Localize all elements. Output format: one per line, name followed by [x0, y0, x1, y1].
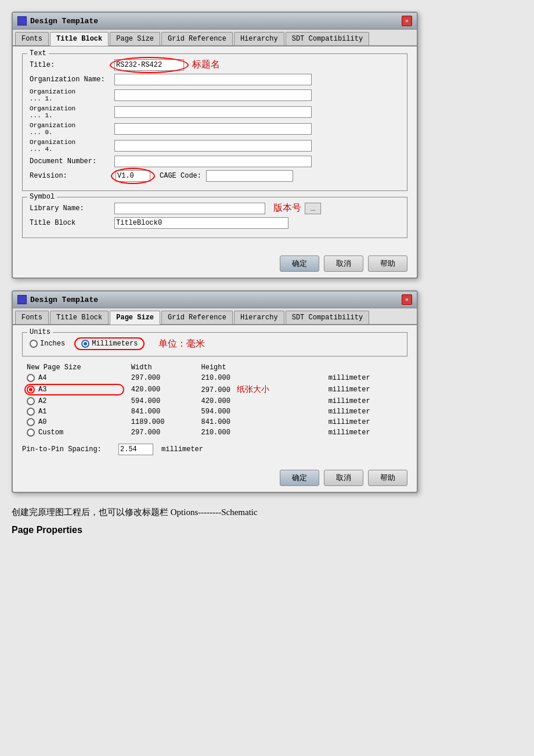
dialog2-tabs-bar: Fonts Title Block Page Size Grid Referen… — [13, 308, 417, 325]
org-name-input[interactable] — [114, 74, 312, 85]
dialog1-buttons: 确定 取消 帮助 — [13, 251, 417, 278]
org4-input[interactable] — [114, 140, 312, 152]
org2-input[interactable] — [114, 106, 312, 118]
dialog2-title-left: Design Template — [17, 295, 98, 304]
a2-radio[interactable] — [27, 397, 35, 405]
tab-title-block-1[interactable]: Title Block — [50, 32, 109, 46]
custom-radio[interactable] — [27, 429, 35, 437]
a2-label: A2 — [38, 397, 46, 405]
a4-width: 297.000 — [127, 373, 197, 383]
org1-row: Organization ... 1. — [30, 88, 400, 102]
org1-input[interactable] — [114, 89, 312, 101]
a2-radio-row: A2 — [27, 397, 122, 405]
title-label: Title: — [30, 61, 111, 69]
library-chinese-label: 版本号 — [273, 202, 301, 214]
a1-radio-row: A1 — [27, 408, 122, 416]
dialog1-close-button[interactable]: ✕ — [402, 16, 412, 26]
title-chinese-label: 标题名 — [192, 59, 220, 71]
title-block-input[interactable] — [114, 217, 288, 229]
inches-radio[interactable] — [30, 340, 38, 348]
width-header: Width — [127, 362, 197, 373]
new-page-size-header: New Page Size — [22, 362, 127, 373]
dialog2-ok-button[interactable]: 确定 — [280, 470, 319, 486]
org-name-label: Organization Name: — [30, 75, 111, 84]
a3-label: A3 — [38, 386, 46, 394]
browse-button[interactable]: ... — [305, 203, 321, 214]
millimeters-option[interactable]: Millimeters — [74, 337, 145, 350]
dialog1-ok-button[interactable]: 确定 — [280, 255, 319, 272]
org3-sublabel: ... 0. — [30, 129, 111, 136]
org2-label: Organization — [30, 105, 111, 112]
org4-label: Organization — [30, 139, 111, 146]
library-name-input[interactable] — [114, 203, 265, 214]
dialog2-cancel-button[interactable]: 取消 — [324, 470, 363, 486]
dialog1-content: Text Title: 标题名 Organization Name: Organ… — [13, 46, 417, 251]
inches-label: Inches — [40, 340, 65, 348]
org4-sublabel: ... 4. — [30, 146, 111, 153]
tab-fonts-2[interactable]: Fonts — [15, 311, 49, 324]
org2-row: Organization ... 1. — [30, 105, 400, 119]
tab-hierarchy-2[interactable]: Hierarchy — [234, 311, 284, 324]
org1-label-container: Organization ... 1. — [30, 88, 111, 102]
custom-unit: millimeter — [324, 427, 407, 438]
dialog1-cancel-button[interactable]: 取消 — [324, 255, 363, 272]
org2-label-container: Organization ... 1. — [30, 105, 111, 119]
tab-page-size-2[interactable]: Page Size — [110, 311, 160, 325]
dialog1-help-button[interactable]: 帮助 — [368, 255, 407, 272]
a3-unit: millimeter — [324, 383, 407, 396]
cage-input[interactable] — [206, 170, 293, 182]
a4-unit: millimeter — [324, 373, 407, 383]
page-row-a1[interactable]: A1 841.000 594.000 millimeter — [22, 406, 407, 417]
page-row-a2[interactable]: A2 594.000 420.000 millimeter — [22, 396, 407, 406]
dialog1-title-left: Design Template — [17, 16, 98, 26]
org1-sublabel: ... 1. — [30, 95, 111, 102]
a1-height: 594.000 — [197, 406, 324, 417]
tab-grid-reference-2[interactable]: Grid Reference — [161, 311, 233, 324]
page-row-custom[interactable]: Custom 297.000 210.000 millimeter — [22, 427, 407, 438]
tab-hierarchy-1[interactable]: Hierarchy — [234, 32, 284, 45]
tab-sdt-2[interactable]: SDT Compatibility — [286, 311, 369, 324]
a3-radio-row: A3 — [27, 386, 122, 394]
a4-radio[interactable] — [27, 374, 35, 382]
a0-radio[interactable] — [27, 418, 35, 426]
millimeters-radio[interactable] — [81, 340, 89, 348]
org3-label: Organization — [30, 122, 111, 129]
pin-spacing-unit: millimeter — [161, 445, 203, 453]
doc-number-label: Document Number: — [30, 157, 111, 165]
a3-height: 297.000 纸张大小 — [197, 383, 324, 396]
dialog1-window: Design Template ✕ Fonts Title Block Page… — [12, 12, 418, 279]
page-row-a0[interactable]: A0 1189.000 841.000 millimeter — [22, 417, 407, 427]
a2-height: 420.000 — [197, 396, 324, 406]
a4-label: A4 — [38, 374, 46, 382]
a1-radio[interactable] — [27, 408, 35, 416]
a0-label: A0 — [38, 418, 46, 426]
title-block-label: Title Block — [30, 219, 111, 227]
tab-title-block-2[interactable]: Title Block — [50, 311, 109, 324]
pin-spacing-input[interactable] — [118, 444, 153, 455]
dialog2-close-button[interactable]: ✕ — [402, 294, 412, 305]
revision-row: Revision: CAGE Code: — [30, 170, 400, 182]
tab-page-size-1[interactable]: Page Size — [110, 32, 160, 45]
symbol-group-label: Symbol — [27, 193, 57, 201]
tab-fonts-1[interactable]: Fonts — [15, 32, 49, 45]
dialog2-help-button[interactable]: 帮助 — [368, 470, 407, 486]
dialog1-icon — [17, 16, 27, 26]
title-input[interactable] — [114, 59, 184, 71]
custom-label: Custom — [38, 429, 63, 437]
page-row-a3[interactable]: A3 420.000 297.000 纸张大小 millimeter — [22, 383, 407, 396]
tab-grid-reference-1[interactable]: Grid Reference — [161, 32, 233, 45]
doc-number-input[interactable] — [114, 156, 312, 167]
pin-spacing-label: Pin-to-Pin Spacing: — [22, 445, 115, 453]
page-row-a4[interactable]: A4 297.000 210.000 millimeter — [22, 373, 407, 383]
a4-height: 210.000 — [197, 373, 324, 383]
org3-input[interactable] — [114, 123, 312, 135]
custom-height: 210.000 — [197, 427, 324, 438]
revision-input[interactable] — [116, 170, 150, 182]
a4-radio-row: A4 — [27, 374, 122, 382]
library-name-row: Library Name: 版本号 ... — [30, 202, 400, 214]
tab-sdt-1[interactable]: SDT Compatibility — [286, 32, 369, 45]
doc-number-row: Document Number: — [30, 156, 400, 167]
inches-option[interactable]: Inches — [30, 340, 65, 348]
units-row: Inches Millimeters 单位：毫米 — [30, 337, 400, 350]
a3-radio[interactable] — [27, 386, 35, 394]
